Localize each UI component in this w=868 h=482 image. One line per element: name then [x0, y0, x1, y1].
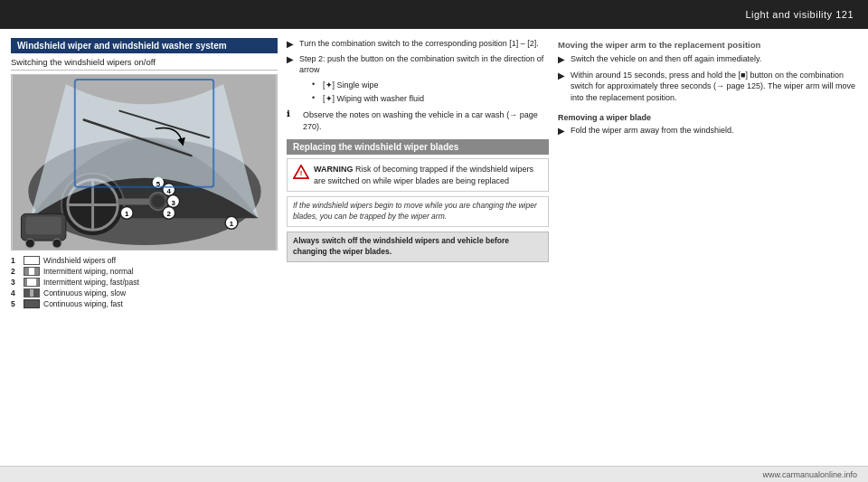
bullet-1: • [✦] Single wipe: [312, 80, 549, 91]
legend-text-3: Intermittent wiping, fast/past: [43, 278, 139, 287]
italic-note-text: If the windshield wipers begin to move w…: [293, 201, 542, 222]
right-instruction-3: ▶ Fold the wiper arm away from the winds…: [558, 125, 857, 137]
right-instruction-text-2: Within around 15 seconds, press and hold…: [571, 70, 857, 104]
legend-item-1: 1 Windshield wipers off: [11, 256, 278, 265]
svg-point-26: [52, 239, 61, 248]
left-column: Windshield wiper and windshield washer s…: [11, 38, 278, 475]
section-subtitle: Switching the windshield wipers on/off: [11, 55, 278, 71]
page-container: Light and visibility 121 Windshield wipe…: [0, 0, 868, 482]
legend-item-2: 2 Intermittent wiping, normal: [11, 267, 278, 276]
instruction-2: ▶ Step 2: push the button on the combina…: [287, 53, 549, 76]
right-column: Moving the wiper arm to the replacement …: [558, 38, 857, 475]
warning-box: ! WARNING Risk of becoming trapped if th…: [287, 158, 549, 192]
svg-text:2: 2: [167, 210, 172, 218]
legend-text-1: Windshield wipers off: [43, 256, 116, 265]
page-header-text: Light and visibility 121: [745, 9, 854, 20]
legend-area: 1 Windshield wipers off 2 Intermittent w…: [11, 256, 278, 308]
main-content: Windshield wiper and windshield washer s…: [0, 29, 868, 482]
middle-column: ▶ Turn the combination switch to the cor…: [287, 38, 549, 475]
svg-text:1: 1: [125, 210, 129, 218]
instruction-text-1: Turn the combination switch to the corre…: [299, 38, 539, 50]
warning-label: WARNING: [314, 165, 354, 174]
legend-item-4: 4 Continuous wiping, slow: [11, 288, 278, 298]
right-arrow-icon-2: ▶: [558, 71, 567, 80]
italic-note-box: If the windshield wipers begin to move w…: [287, 196, 549, 227]
svg-rect-24: [25, 216, 61, 234]
website-text: www.carmanualonline.info: [762, 470, 857, 479]
legend-text-4: Continuous wiping, slow: [43, 288, 126, 298]
gray-note-text: Always switch off the windshield wipers …: [293, 236, 542, 258]
right-instruction-text-3: Fold the wiper arm away from the windshi…: [571, 125, 734, 137]
right-arrow-icon-3: ▶: [558, 126, 567, 136]
section-title-blue: Windshield wiper and windshield washer s…: [11, 38, 278, 53]
warning-triangle-icon: !: [293, 165, 309, 179]
warning-text: WARNING Risk of becoming trapped if the …: [314, 164, 542, 186]
instruction-text-2: Step 2: push the button on the combinati…: [299, 53, 549, 76]
header-bar: Light and visibility 121: [0, 0, 868, 29]
svg-text:4: 4: [167, 187, 172, 195]
warning-header: ! WARNING Risk of becoming trapped if th…: [293, 164, 542, 186]
svg-text:!: !: [300, 170, 303, 178]
website-bar: www.carmanualonline.info: [0, 466, 868, 482]
legend-item-3: 3 Intermittent wiping, fast/past: [11, 278, 278, 287]
diagram-area: 5 4 3 2 1 1: [11, 74, 278, 250]
note-block: ℹ Observe the notes on washing the vehic…: [287, 109, 549, 132]
legend-item-5: 5 Continuous wiping, fast: [11, 299, 278, 308]
note-text: Observe the notes on washing the vehicle…: [303, 109, 549, 132]
svg-point-25: [25, 239, 34, 248]
bullet-text-2: [✦] Wiping with washer fluid: [323, 93, 424, 105]
arrow-icon-1: ▶: [287, 39, 296, 49]
right-instruction-1: ▶ Switch the vehicle on and then off aga…: [558, 53, 857, 65]
right-arrow-icon-1: ▶: [558, 54, 567, 64]
right-instruction-2: ▶ Within around 15 seconds, press and ho…: [558, 70, 857, 104]
right-section-title: Moving the wiper arm to the replacement …: [558, 40, 857, 50]
legend-text-5: Continuous wiping, fast: [43, 299, 123, 308]
svg-text:1: 1: [230, 220, 234, 228]
legend-text-2: Intermittent wiping, normal: [43, 267, 134, 276]
svg-point-8: [152, 195, 165, 208]
gray-note-box: Always switch off the windshield wipers …: [287, 232, 549, 262]
arrow-icon-2: ▶: [287, 54, 296, 64]
right-instruction-text-1: Switch the vehicle on and then off again…: [571, 53, 761, 65]
bullet-2: • [✦] Wiping with washer fluid: [312, 93, 549, 105]
replacing-header: Replacing the windshield wiper blades: [287, 139, 549, 155]
instruction-1: ▶ Turn the combination switch to the cor…: [287, 38, 549, 50]
bullet-text-1: [✦] Single wipe: [323, 80, 379, 91]
svg-text:3: 3: [171, 199, 175, 207]
removing-header: Removing a wiper blade: [558, 113, 857, 122]
